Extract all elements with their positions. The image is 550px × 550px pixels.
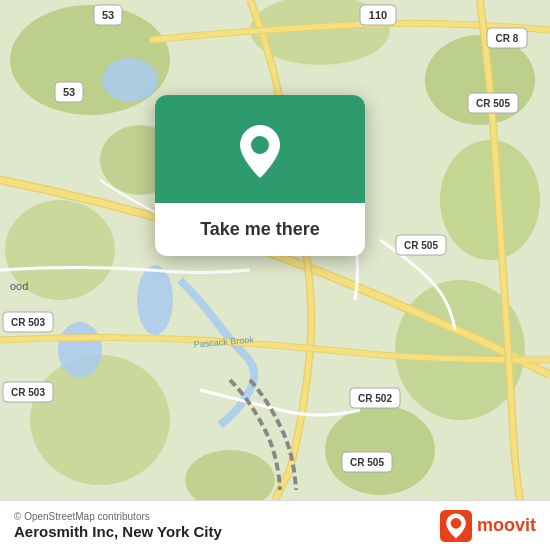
- svg-text:CR 505: CR 505: [476, 98, 510, 109]
- svg-point-38: [451, 518, 462, 529]
- location-title: Aerosmith Inc, New York City: [14, 523, 222, 540]
- svg-text:CR 505: CR 505: [350, 457, 384, 468]
- svg-point-8: [325, 405, 435, 495]
- attribution-text: © OpenStreetMap contributors: [14, 511, 222, 522]
- svg-point-11: [102, 58, 158, 102]
- svg-text:110: 110: [369, 9, 387, 21]
- bottom-info: © OpenStreetMap contributors Aerosmith I…: [14, 511, 222, 540]
- location-pin-icon: [235, 123, 285, 183]
- svg-text:53: 53: [63, 86, 75, 98]
- map-container: 53 53 110 CR 8 CR 505 CR 505 CR 503 CR 5…: [0, 0, 550, 500]
- popup-header: [155, 95, 365, 203]
- svg-point-12: [137, 265, 173, 335]
- moovit-logo: moovit: [440, 510, 536, 542]
- take-me-there-label: Take me there: [200, 219, 320, 239]
- svg-text:53: 53: [102, 9, 114, 21]
- svg-point-1: [10, 5, 170, 115]
- svg-point-9: [30, 355, 170, 485]
- moovit-logo-icon: [440, 510, 472, 542]
- svg-text:CR 505: CR 505: [404, 240, 438, 251]
- svg-text:ood: ood: [10, 280, 28, 292]
- popup-body: Take me there: [155, 203, 365, 256]
- svg-point-36: [251, 136, 269, 154]
- svg-point-4: [440, 140, 540, 260]
- svg-text:CR 502: CR 502: [358, 393, 392, 404]
- svg-text:CR 8: CR 8: [496, 33, 519, 44]
- take-me-there-button[interactable]: Take me there: [175, 219, 345, 240]
- svg-text:CR 503: CR 503: [11, 317, 45, 328]
- svg-text:CR 503: CR 503: [11, 387, 45, 398]
- moovit-text-label: moovit: [477, 515, 536, 536]
- svg-point-13: [58, 322, 102, 378]
- popup-card: Take me there: [155, 95, 365, 256]
- bottom-bar: © OpenStreetMap contributors Aerosmith I…: [0, 500, 550, 550]
